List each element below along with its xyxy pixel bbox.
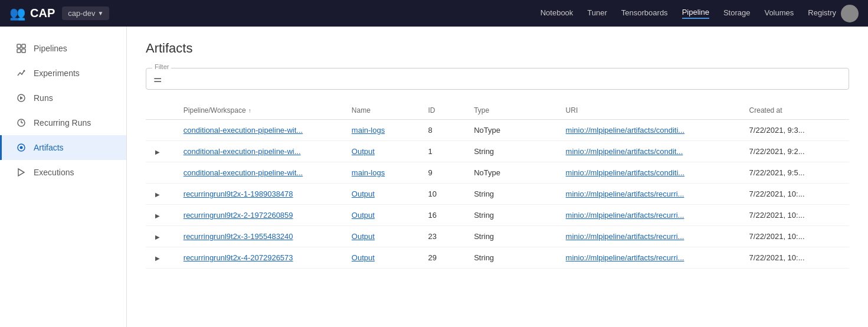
expand-button[interactable]: ▶: [153, 254, 162, 263]
artifact-type: NoType: [467, 162, 558, 184]
artifact-name-link[interactable]: Output: [352, 211, 375, 220]
executions-icon: [16, 167, 27, 178]
table-row: ▶recurringrunl9t2x-1-1989038478Output10S…: [146, 184, 849, 205]
artifact-uri-link[interactable]: minio://mlpipeline/artifacts/condit...: [566, 147, 683, 156]
artifact-name-link[interactable]: Output: [352, 232, 375, 241]
artifact-uri-link[interactable]: minio://mlpipeline/artifacts/conditi...: [566, 126, 685, 135]
svg-rect-0: [17, 44, 21, 48]
svg-marker-11: [18, 169, 24, 176]
sidebar-item-executions[interactable]: Executions: [0, 160, 126, 185]
artifact-id: 1: [421, 141, 467, 162]
th-created-at: Created at: [742, 102, 849, 120]
expand-button[interactable]: ▶: [153, 190, 162, 199]
sidebar: Pipelines Experiments Runs: [0, 27, 127, 327]
artifact-uri-link[interactable]: minio://mlpipeline/artifacts/recurri...: [566, 232, 684, 241]
artifact-created-at: 7/22/2021, 10:...: [742, 205, 849, 226]
filter-input[interactable]: [166, 74, 841, 84]
pipeline-link[interactable]: conditional-execution-pipeline-wit...: [184, 168, 303, 177]
sidebar-item-artifacts[interactable]: Artifacts: [0, 135, 126, 160]
artifact-type: String: [467, 205, 558, 226]
nav-link-tensorboards[interactable]: Tensorboards: [621, 8, 668, 18]
svg-point-10: [20, 146, 23, 149]
artifact-created-at: 7/22/2021, 10:...: [742, 226, 849, 247]
table-row: conditional-execution-pipeline-wit...mai…: [146, 120, 849, 141]
artifact-id: 8: [421, 120, 467, 141]
artifact-uri-link[interactable]: minio://mlpipeline/artifacts/recurri...: [566, 189, 684, 198]
app-logo: 👥 CAP: [9, 6, 55, 21]
filter-label: Filter: [152, 63, 171, 70]
artifacts-table: Pipeline/Workspace ↑ Name ID Type URI Cr…: [146, 102, 849, 269]
page-title: Artifacts: [146, 41, 849, 56]
nav-link-notebook[interactable]: Notebook: [541, 8, 574, 18]
artifact-type: String: [467, 141, 558, 162]
th-pipeline[interactable]: Pipeline/Workspace ↑: [176, 102, 345, 120]
artifact-uri-link[interactable]: minio://mlpipeline/artifacts/recurri...: [566, 253, 684, 262]
sidebar-item-recurring-runs[interactable]: Recurring Runs: [0, 110, 126, 135]
chevron-down-icon: ▼: [97, 10, 103, 17]
expand-button[interactable]: ▶: [153, 211, 162, 220]
main-content: Artifacts Filter ⚌ Pipeline/Workspace ↑ …: [127, 27, 868, 327]
nav-link-tuner[interactable]: Tuner: [587, 8, 607, 18]
pipeline-link[interactable]: recurringrunl9t2x-3-1955483240: [184, 232, 293, 241]
pipeline-link[interactable]: conditional-execution-pipeline-wit...: [184, 126, 303, 135]
nav-link-pipeline[interactable]: Pipeline: [682, 8, 709, 19]
env-selector[interactable]: cap-dev ▼: [62, 6, 109, 20]
artifact-name-link[interactable]: main-logs: [352, 126, 385, 135]
artifact-id: 29: [421, 247, 467, 269]
artifact-name-link[interactable]: main-logs: [352, 168, 385, 177]
logo-icon: 👥: [9, 6, 25, 21]
sort-arrow-icon: ↑: [248, 107, 251, 114]
pipeline-link[interactable]: recurringrunl9t2x-1-1989038478: [184, 189, 293, 198]
sidebar-item-label: Recurring Runs: [34, 118, 91, 127]
artifact-created-at: 7/22/2021, 9:3...: [742, 120, 849, 141]
artifact-id: 9: [421, 162, 467, 184]
artifact-uri-link[interactable]: minio://mlpipeline/artifacts/recurri...: [566, 211, 684, 220]
svg-rect-2: [17, 49, 21, 53]
avatar[interactable]: [841, 5, 859, 22]
sidebar-item-label: Artifacts: [34, 143, 64, 152]
artifact-type: String: [467, 184, 558, 205]
expand-button[interactable]: ▶: [153, 233, 162, 241]
artifact-name-link[interactable]: Output: [352, 189, 375, 198]
artifact-uri-link[interactable]: minio://mlpipeline/artifacts/conditi...: [566, 168, 685, 177]
artifact-created-at: 7/22/2021, 9:5...: [742, 162, 849, 184]
table-row: ▶recurringrunl9t2x-4-2072926573Output29S…: [146, 247, 849, 269]
sidebar-item-runs[interactable]: Runs: [0, 86, 126, 110]
filter-icon: ⚌: [153, 73, 162, 84]
app-name: CAP: [30, 6, 55, 20]
sidebar-item-label: Pipelines: [34, 44, 67, 53]
table-row: ▶conditional-execution-pipeline-wi...Out…: [146, 141, 849, 162]
table-row: ▶recurringrunl9t2x-3-1955483240Output23S…: [146, 226, 849, 247]
table-row: conditional-execution-pipeline-wit...mai…: [146, 162, 849, 184]
th-name: Name: [345, 102, 421, 120]
top-navbar: 👥 CAP cap-dev ▼ NotebookTunerTensorboard…: [0, 0, 868, 27]
experiments-icon: [16, 68, 27, 79]
svg-rect-3: [22, 49, 25, 53]
pipeline-link[interactable]: conditional-execution-pipeline-wi...: [184, 147, 301, 156]
artifact-created-at: 7/22/2021, 10:...: [742, 184, 849, 205]
pipeline-link[interactable]: recurringrunl9t2x-2-1972260859: [184, 211, 293, 220]
pipeline-link[interactable]: recurringrunl9t2x-4-2072926573: [184, 253, 293, 262]
runs-icon: [16, 93, 27, 103]
env-name: cap-dev: [68, 9, 95, 18]
th-id: ID: [421, 102, 467, 120]
nav-link-registry[interactable]: Registry: [808, 8, 836, 18]
recurring-runs-icon: [16, 117, 27, 128]
th-expand: [146, 102, 176, 120]
artifact-id: 16: [421, 205, 467, 226]
expand-button[interactable]: ▶: [153, 148, 162, 156]
artifact-name-link[interactable]: Output: [352, 253, 375, 262]
table-row: ▶recurringrunl9t2x-2-1972260859Output16S…: [146, 205, 849, 226]
svg-rect-1: [22, 44, 25, 48]
pipelines-icon: [16, 43, 27, 54]
nav-link-storage[interactable]: Storage: [723, 8, 751, 18]
artifact-id: 23: [421, 226, 467, 247]
svg-point-4: [24, 70, 25, 72]
sidebar-item-pipelines[interactable]: Pipelines: [0, 36, 126, 61]
artifact-name-link[interactable]: Output: [352, 147, 375, 156]
nav-link-volumes[interactable]: Volumes: [764, 8, 794, 18]
sidebar-item-label: Runs: [34, 93, 53, 103]
sidebar-item-experiments[interactable]: Experiments: [0, 61, 126, 86]
artifact-created-at: 7/22/2021, 9:2...: [742, 141, 849, 162]
sidebar-item-label: Executions: [34, 168, 74, 177]
